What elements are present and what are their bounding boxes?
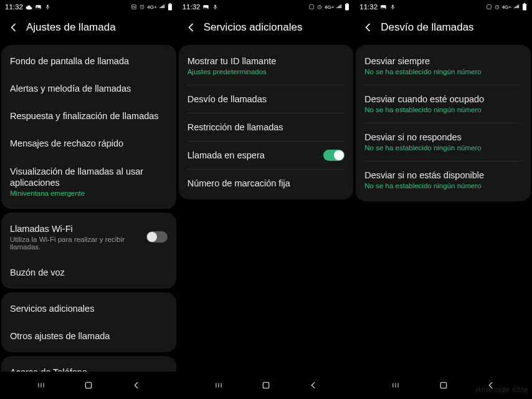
back-button[interactable]	[357, 16, 379, 39]
row-call-waiting[interactable]: Llamada en espera	[179, 142, 354, 169]
status-time: 11:32	[359, 3, 378, 11]
data-icon: 4G+	[325, 4, 334, 10]
data-icon: 4G+	[147, 4, 156, 10]
status-time: 11:32	[5, 3, 23, 11]
row-forward-noanswer[interactable]: Desviar si no respondes No se ha estable…	[356, 123, 531, 161]
call-waiting-toggle[interactable]	[323, 150, 344, 161]
row-about-phone[interactable]: Acerca de Teléfono	[1, 358, 176, 372]
svg-rect-6	[169, 3, 170, 4]
settings-group-3: Servicios adicionales Otros ajustes de l…	[1, 292, 176, 352]
nfc-icon	[131, 4, 137, 10]
row-call-barring[interactable]: Restricción de llamadas	[179, 113, 354, 141]
picture-icon	[380, 4, 387, 11]
services-group: Mostrar tu ID llamante Ajustes predeterm…	[179, 45, 354, 200]
mic-icon	[389, 4, 396, 11]
picture-icon	[202, 4, 209, 11]
status-bar: 11:32 4G+	[178, 0, 355, 14]
svg-rect-12	[345, 4, 349, 10]
wifi-calling-toggle[interactable]	[146, 231, 168, 243]
svg-rect-14	[263, 382, 268, 388]
svg-rect-17	[487, 5, 491, 9]
content: Mostrar tu ID llamante Ajustes predeterm…	[178, 41, 355, 372]
row-forward-busy[interactable]: Desviar cuando esté ocupado No se ha est…	[356, 85, 531, 123]
row-alerts[interactable]: Alertas y melodía de llamadas	[1, 75, 176, 102]
settings-group-4: Acerca de Teléfono	[1, 356, 176, 372]
nfc-icon	[308, 4, 315, 10]
nav-home[interactable]	[76, 373, 101, 398]
phone-call-forwarding: 11:32 4G+ Desvío de llamadas Desviar sie…	[354, 0, 532, 399]
header: Desvío de llamadas	[354, 14, 532, 41]
mic-icon	[212, 4, 219, 11]
alarm-icon	[139, 4, 145, 10]
data-icon: 4G+	[502, 4, 511, 10]
nav-recents[interactable]	[29, 373, 54, 398]
row-wifi-calling[interactable]: Llamadas Wi-Fi Utiliza la Wi-Fi para rea…	[1, 215, 176, 259]
row-caller-id[interactable]: Mostrar tu ID llamante Ajustes predeterm…	[179, 47, 354, 85]
row-call-display[interactable]: Visualización de llamadas al usar aplica…	[1, 158, 176, 206]
nav-back[interactable]	[478, 373, 503, 398]
page-title: Desvío de llamadas	[381, 21, 473, 34]
header: Servicios adicionales	[178, 14, 355, 41]
nav-bar	[354, 372, 532, 399]
alarm-icon	[316, 4, 323, 10]
row-answer-end[interactable]: Respuesta y finalización de llamadas	[1, 102, 176, 130]
nav-recents[interactable]	[206, 373, 231, 398]
settings-group-2: Llamadas Wi-Fi Utiliza la Wi-Fi para rea…	[1, 213, 176, 289]
row-fixed-dialing[interactable]: Número de marcación fija	[179, 170, 354, 197]
picture-icon	[35, 4, 42, 11]
mic-icon	[44, 4, 51, 11]
forwarding-group: Desviar siempre No se ha establecido nin…	[356, 45, 531, 201]
signal-icon	[159, 4, 166, 10]
svg-rect-19	[523, 4, 526, 10]
nfc-icon	[486, 4, 492, 10]
svg-rect-2	[47, 4, 48, 7]
battery-icon	[522, 3, 527, 11]
phone-call-settings: 11:32 4G+ Ajustes de llamada Fondo d	[0, 0, 178, 399]
content: Desviar siempre No se ha establecido nin…	[354, 41, 532, 372]
svg-rect-20	[524, 3, 525, 4]
svg-rect-5	[168, 4, 172, 10]
status-bar: 11:32 4G+	[354, 0, 532, 14]
svg-point-1	[37, 6, 37, 6]
battery-icon	[344, 3, 349, 11]
svg-rect-9	[215, 4, 216, 7]
header: Ajustes de llamada	[0, 14, 178, 41]
status-bar: 11:32 4G+	[0, 0, 178, 14]
nav-home[interactable]	[254, 373, 278, 398]
nav-recents[interactable]	[383, 373, 408, 398]
cloud-icon	[26, 4, 32, 11]
svg-rect-10	[310, 5, 314, 9]
nav-bar	[0, 372, 178, 399]
row-other-settings[interactable]: Otros ajustes de llamada	[1, 322, 176, 350]
content: Fondo de pantalla de llamada Alertas y m…	[0, 41, 178, 372]
signal-icon	[336, 4, 343, 10]
status-time: 11:32	[183, 3, 201, 11]
row-forward-unreachable[interactable]: Desviar si no estás disponible No se ha …	[356, 161, 531, 199]
row-wallpaper[interactable]: Fondo de pantalla de llamada	[1, 47, 176, 75]
alarm-icon	[494, 4, 500, 10]
svg-rect-7	[86, 382, 92, 388]
row-voicemail[interactable]: Buzón de voz	[1, 259, 176, 286]
signal-icon	[513, 4, 520, 10]
svg-rect-13	[346, 3, 348, 4]
svg-rect-21	[440, 382, 446, 388]
row-additional-services[interactable]: Servicios adicionales	[1, 295, 176, 322]
page-title: Servicios adicionales	[204, 21, 303, 34]
row-quick-reject[interactable]: Mensajes de rechazo rápido	[1, 130, 176, 157]
nav-bar	[178, 372, 355, 399]
phone-additional-services: 11:32 4G+ Servicios adicionales Mostrar …	[178, 0, 355, 399]
battery-icon	[168, 3, 173, 11]
nav-back[interactable]	[301, 373, 326, 398]
back-button[interactable]	[2, 16, 25, 39]
nav-home[interactable]	[431, 373, 456, 398]
svg-rect-16	[392, 4, 394, 7]
row-call-forwarding[interactable]: Desvío de llamadas	[179, 85, 354, 113]
page-title: Ajustes de llamada	[26, 21, 116, 34]
nav-back[interactable]	[124, 373, 149, 398]
back-button[interactable]	[180, 16, 202, 39]
row-forward-always[interactable]: Desviar siempre No se ha establecido nin…	[356, 47, 531, 85]
settings-group-1: Fondo de pantalla de llamada Alertas y m…	[1, 45, 176, 209]
